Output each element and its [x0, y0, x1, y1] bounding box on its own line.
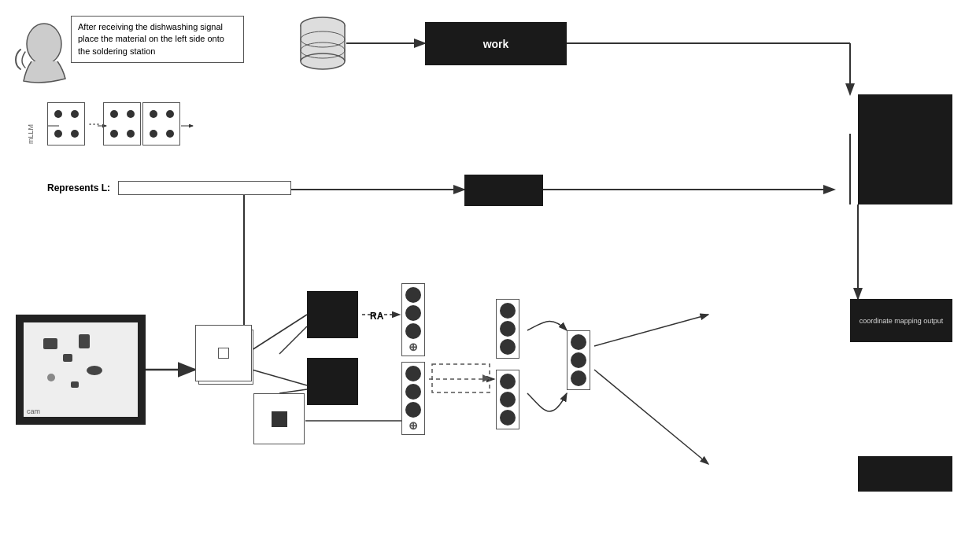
lstm-dot [71, 110, 79, 118]
cam-object [79, 334, 90, 348]
lstm-row: mLLM ··· [47, 102, 180, 146]
lstm-label: mLLM [27, 124, 35, 144]
signal-plus: ⊕ [409, 341, 418, 352]
lstm-unit-group [103, 102, 180, 146]
lstm-dot [54, 130, 62, 138]
result-signal-col-1 [496, 299, 519, 359]
signal-circle [571, 352, 586, 368]
cam-object [43, 338, 57, 349]
signal-circle [500, 392, 516, 407]
signal-circle [571, 334, 586, 350]
br-box-2 [858, 456, 952, 492]
signal-circle [500, 410, 516, 426]
lstm-unit-1 [47, 102, 85, 146]
template-box-upper [195, 325, 252, 381]
signal-plus: ⊕ [409, 420, 418, 431]
signal-circle [405, 384, 421, 400]
cam-object [63, 354, 72, 362]
cam-label: cam [27, 407, 40, 415]
signal-circle [405, 366, 421, 381]
svg-rect-33 [432, 364, 490, 392]
network-label: work [483, 38, 509, 50]
svg-line-19 [279, 326, 307, 354]
br-box-coordinate: coordinate mapping output [850, 299, 952, 342]
instruction-box: After receiving the dishwashing signal p… [71, 16, 244, 63]
signal-circle [405, 402, 421, 418]
template-inner-sq [218, 348, 229, 359]
signal-circle [500, 303, 516, 319]
br-box-1-label: coordinate mapping output [860, 317, 944, 325]
signal-circle [405, 287, 421, 303]
signal-circle [405, 305, 421, 321]
signal-col-upper: ⊕ [401, 283, 425, 356]
cam-object [47, 374, 55, 381]
signal-circle [405, 323, 421, 339]
lstm-dot [54, 110, 62, 118]
instruction-text: After receiving the dishwashing signal p… [78, 22, 224, 56]
lstm-unit-3 [142, 102, 180, 146]
svg-line-15 [594, 370, 708, 464]
right-large-box [858, 102, 952, 204]
result-signal-col-2 [496, 370, 519, 429]
signal-circle [500, 374, 516, 389]
signal-circle [500, 321, 516, 337]
svg-point-25 [27, 24, 61, 64]
represents-row: Represents L: [47, 181, 291, 195]
lstm-unit-2 [103, 102, 141, 146]
black-block-top [307, 291, 358, 338]
svg-line-11 [252, 370, 307, 385]
svg-line-10 [252, 315, 307, 350]
signal-col-lower: ⊕ [401, 362, 425, 435]
mid-process-box [464, 175, 543, 206]
represents-label: Represents L: [47, 182, 110, 193]
lstm-spacer: ··· [88, 116, 100, 132]
represents-bar [118, 181, 291, 195]
database-icon [299, 16, 346, 71]
svg-line-14 [594, 315, 708, 346]
template-inner-dot [272, 411, 287, 427]
camera-view: cam [16, 315, 146, 425]
cam-object [71, 381, 79, 388]
lstm-dot [71, 130, 79, 138]
black-block-bottom [307, 358, 358, 405]
dashed-arrow-box [431, 363, 490, 393]
ra-label: RA [370, 311, 383, 322]
network-box: work [425, 22, 567, 65]
signal-circle [571, 370, 586, 386]
small-signal-col [567, 330, 590, 390]
camera-view-inner: cam [24, 322, 138, 417]
cam-object [87, 366, 102, 375]
speaker-head-icon [14, 22, 69, 85]
template-box-lower [253, 393, 305, 444]
signal-circle [500, 339, 516, 355]
